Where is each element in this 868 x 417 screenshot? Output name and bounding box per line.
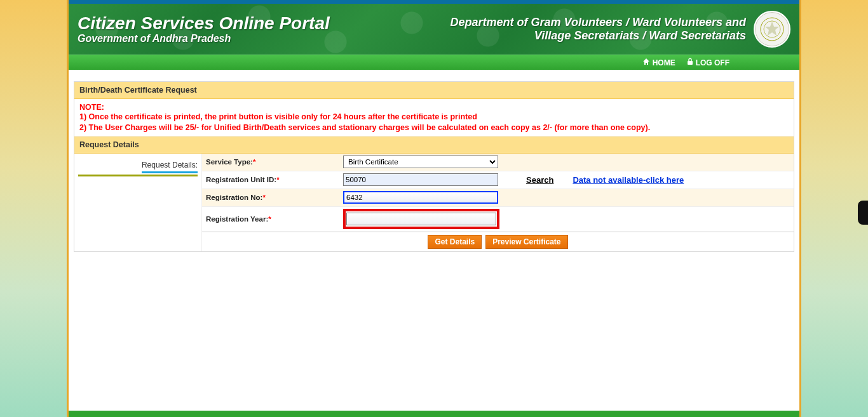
form-column: Service Type:* Birth Certificate Registr… xyxy=(201,154,794,251)
side-floating-tab[interactable] xyxy=(858,201,868,225)
portal-title: Citizen Services Online Portal xyxy=(78,14,330,34)
get-details-button[interactable]: Get Details xyxy=(428,235,482,249)
registration-unit-input[interactable] xyxy=(343,173,498,186)
note-heading: NOTE: xyxy=(79,103,789,112)
registration-year-highlight xyxy=(343,209,499,229)
home-icon xyxy=(642,58,650,67)
side-label: Request Details: xyxy=(142,159,198,173)
lock-icon xyxy=(687,58,693,67)
registration-year-label: Registration Year:* xyxy=(202,213,341,225)
govt-emblem-icon xyxy=(754,11,790,48)
footer-bar xyxy=(69,411,799,417)
nav-logoff-link[interactable]: LOG OFF xyxy=(687,58,729,67)
data-not-available-link[interactable]: Data not available-click here xyxy=(573,175,684,185)
nav-home-label: HOME xyxy=(653,58,675,67)
request-panel: Birth/Death Certificate Request NOTE: 1)… xyxy=(74,81,794,252)
registration-no-input[interactable] xyxy=(343,191,498,204)
service-type-select[interactable]: Birth Certificate xyxy=(343,156,498,168)
service-type-label: Service Type:* xyxy=(202,156,341,168)
note-line-2: 2) The User Charges will be 25/- for Uni… xyxy=(79,122,789,133)
portal-subtitle: Government of Andhra Pradesh xyxy=(78,33,330,44)
nav-home-link[interactable]: HOME xyxy=(642,58,675,67)
header-banner: Citizen Services Online Portal Governmen… xyxy=(69,4,799,55)
department-name: Department of Gram Volunteers / Ward Vol… xyxy=(416,16,746,42)
preview-certificate-button[interactable]: Preview Certificate xyxy=(485,235,567,249)
note-line-1: 1) Once the certificate is printed, the … xyxy=(79,112,789,122)
registration-no-label: Registration No:* xyxy=(202,191,341,204)
section-title: Request Details xyxy=(74,136,794,154)
note-box: NOTE: 1) Once the certificate is printed… xyxy=(74,99,794,136)
registration-unit-label: Registration Unit ID:* xyxy=(202,173,341,186)
search-link[interactable]: Search xyxy=(526,175,553,185)
svg-rect-2 xyxy=(688,61,693,65)
registration-year-input[interactable] xyxy=(346,213,496,225)
panel-title: Birth/Death Certificate Request xyxy=(74,82,794,99)
nav-logoff-label: LOG OFF xyxy=(696,58,729,67)
top-nav: HOME LOG OFF xyxy=(69,55,799,70)
side-label-col: Request Details: xyxy=(74,154,201,251)
